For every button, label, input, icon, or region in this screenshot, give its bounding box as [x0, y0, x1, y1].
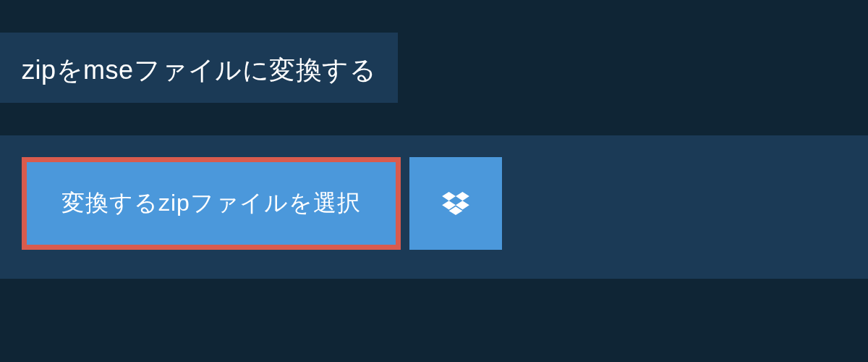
dropbox-button[interactable]	[409, 157, 502, 250]
converter-panel: zipをmseファイルに変換する 変換するzipファイルを選択	[0, 0, 868, 279]
action-panel: 変換するzipファイルを選択	[0, 135, 868, 279]
select-file-button[interactable]: 変換するzipファイルを選択	[22, 157, 401, 250]
page-title: zipをmseファイルに変換する	[22, 53, 376, 88]
button-row: 変換するzipファイルを選択	[0, 135, 868, 279]
select-file-label: 変換するzipファイルを選択	[61, 188, 361, 219]
dropbox-icon	[442, 192, 469, 215]
title-section: zipをmseファイルに変換する	[0, 33, 398, 103]
